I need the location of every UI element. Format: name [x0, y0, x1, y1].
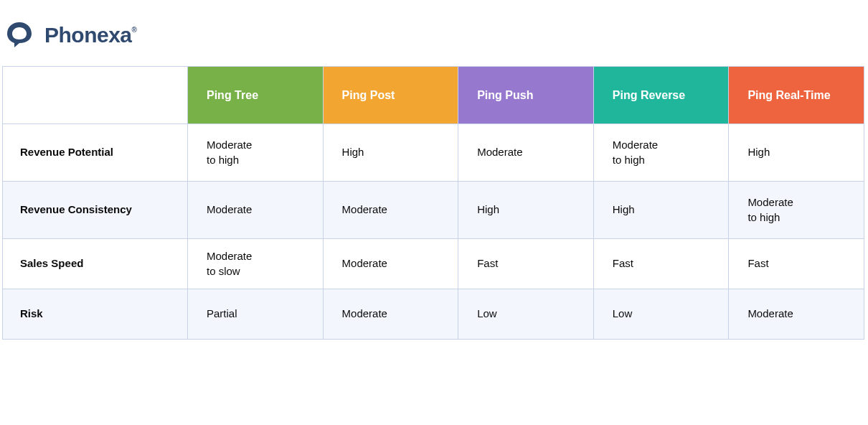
- cell: Fast: [593, 239, 729, 289]
- cell: Fast: [458, 239, 594, 289]
- col-header: Ping Post: [323, 67, 458, 124]
- cell: High: [458, 182, 594, 239]
- col-header: Ping Reverse: [593, 67, 729, 124]
- col-header: Ping Tree: [188, 67, 324, 124]
- cell: Moderate: [323, 182, 458, 239]
- cell: High: [323, 124, 458, 182]
- corner-cell: [3, 67, 188, 124]
- table-header-row: Ping Tree Ping Post Ping Push Ping Rever…: [3, 67, 864, 124]
- cell: High: [729, 124, 864, 182]
- col-header: Ping Push: [458, 67, 594, 124]
- cell: Moderateto high: [188, 124, 324, 182]
- cell: Fast: [729, 239, 864, 289]
- row-label: Sales Speed: [3, 239, 188, 289]
- brand-logo: Phonexa®: [0, 0, 868, 66]
- cell: Low: [458, 289, 594, 340]
- phonexa-logo-icon: [4, 20, 34, 50]
- row-label: Revenue Potential: [3, 124, 188, 182]
- comparison-table: Ping Tree Ping Post Ping Push Ping Rever…: [2, 66, 864, 340]
- cell: Moderateto high: [593, 124, 729, 182]
- cell: High: [593, 182, 729, 239]
- row-label: Risk: [3, 289, 188, 340]
- brand-name: Phonexa®: [44, 23, 136, 47]
- table-row: Risk Partial Moderate Low Low Moderate: [3, 289, 864, 340]
- cell: Moderate: [323, 239, 458, 289]
- cell: Moderate: [323, 289, 458, 340]
- cell: Moderateto slow: [188, 239, 324, 289]
- cell: Moderate: [188, 182, 324, 239]
- cell: Moderateto high: [729, 182, 864, 239]
- cell: Partial: [188, 289, 324, 340]
- row-label: Revenue Consistency: [3, 182, 188, 239]
- cell: Moderate: [458, 124, 594, 182]
- table-row: Revenue Consistency Moderate Moderate Hi…: [3, 182, 864, 239]
- cell: Low: [593, 289, 729, 340]
- table-row: Revenue Potential Moderateto high High M…: [3, 124, 864, 182]
- table-row: Sales Speed Moderateto slow Moderate Fas…: [3, 239, 864, 289]
- col-header: Ping Real-Time: [729, 67, 864, 124]
- cell: Moderate: [729, 289, 864, 340]
